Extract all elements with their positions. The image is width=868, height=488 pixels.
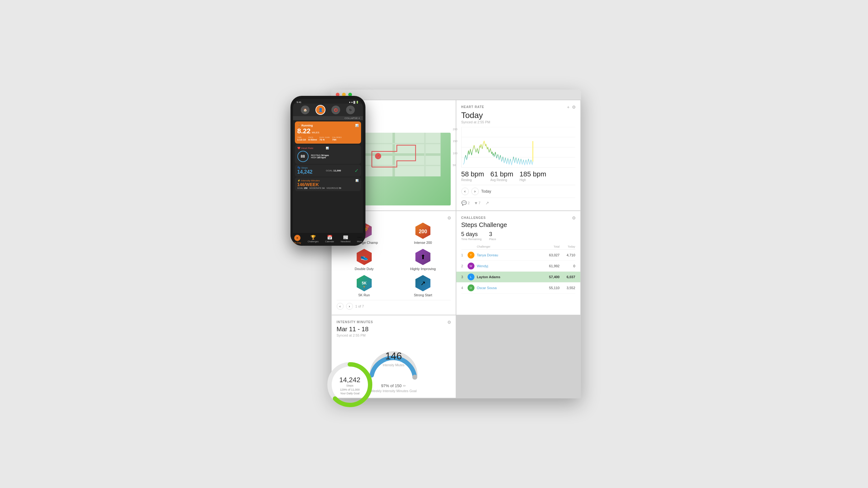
intense-200-icon: 200 bbox=[414, 222, 432, 239]
phone-hr-heart-icon: ❤️ bbox=[297, 147, 301, 150]
leaderboard-header: Challenger Total Today bbox=[461, 244, 575, 250]
svg-text:5K: 5K bbox=[362, 281, 367, 285]
hr-stats: 58 bpm Resting 61 bpm Avg Resting 185 bp… bbox=[461, 170, 575, 182]
phone-refresh-icon[interactable]: ↻ bbox=[346, 105, 355, 114]
chart-y-150: 150 bbox=[453, 139, 458, 143]
phone-hr-title: Heart Rate bbox=[302, 147, 314, 150]
phone-avatar-2[interactable]: 👤 bbox=[315, 105, 326, 115]
challenges-days-remaining: 5 days Time Remaining bbox=[461, 231, 482, 241]
svg-text:👟: 👟 bbox=[360, 253, 368, 261]
intensity-edit-icon[interactable]: ✏ bbox=[403, 384, 406, 388]
badges-next-button[interactable]: › bbox=[346, 303, 353, 310]
badge-intense-200-label: Intense 200 bbox=[414, 241, 432, 245]
phone-nav-newsfeed[interactable]: 📰 Newsfeed bbox=[341, 235, 350, 242]
hr-share-button[interactable]: ↗ bbox=[485, 200, 489, 205]
badges-page-indicator: 1 of 7 bbox=[355, 304, 364, 308]
badges-gear-icon[interactable]: ⚙ bbox=[447, 216, 451, 221]
lb-avatar-3: L bbox=[468, 273, 474, 281]
hr-gear-icon[interactable]: ⚙ bbox=[572, 105, 576, 109]
lb-total-4: 55,110 bbox=[541, 286, 560, 290]
challenges-days-label: Time Remaining bbox=[461, 237, 482, 241]
chart-y-50: 50 bbox=[453, 164, 458, 167]
svg-text:⬆: ⬆ bbox=[421, 254, 426, 260]
hr-prev-button[interactable]: ‹ bbox=[461, 188, 469, 195]
svg-point-36 bbox=[412, 375, 417, 380]
svg-text:Your Daily Goal: Your Daily Goal bbox=[340, 392, 359, 395]
lb-name-2[interactable]: Wendyj bbox=[477, 264, 541, 268]
chart-y-200: 200 bbox=[453, 128, 458, 131]
challenges-place-label: Place bbox=[489, 237, 496, 241]
phone-collapse-bar[interactable]: COLLAPSE ∧ bbox=[293, 116, 363, 120]
phone-hr-stats: RESTING 58 bpm HIGH 185 bpm bbox=[311, 154, 329, 159]
phone-hr-value: 88 bbox=[297, 151, 309, 162]
lb-rank-3: 3 bbox=[461, 275, 468, 279]
badge-highly-improving[interactable]: ⬆ Highly Improving bbox=[396, 248, 451, 271]
challenges-card: ⚙ CHALLENGES Steps Challenge 5 days Time… bbox=[456, 211, 580, 315]
lb-total-2: 61,992 bbox=[541, 264, 560, 268]
hr-plus-icon[interactable]: + bbox=[567, 105, 569, 109]
intensity-title: Mar 11 - 18 bbox=[337, 326, 451, 333]
phone-steps-value: 14,242 bbox=[297, 169, 313, 174]
svg-text:×2: ×2 bbox=[366, 226, 369, 228]
hr-chart-svg bbox=[462, 127, 575, 168]
leaderboard-row-2: 2 W Wendyj 61,992 0 bbox=[461, 261, 575, 272]
5k-run-icon: 5K 🏃 bbox=[355, 274, 373, 292]
hr-comment-button[interactable]: 💬 2 bbox=[461, 200, 470, 205]
badge-strong-start[interactable]: ↗ Strong Start bbox=[396, 274, 451, 297]
badge-intense-200[interactable]: 200 Intense 200 bbox=[396, 222, 451, 245]
steps-donut-overlay: 14,242 Steps 129% of 11,000 Your Daily G… bbox=[325, 360, 375, 411]
lb-today-4: 3,552 bbox=[560, 286, 575, 290]
lb-rank-4: 4 bbox=[461, 286, 468, 290]
double-duty-icon: 👟 bbox=[355, 248, 373, 266]
svg-text:14,242: 14,242 bbox=[339, 376, 360, 384]
hr-next-button[interactable]: › bbox=[471, 188, 479, 195]
hr-like-count: 7 bbox=[478, 201, 480, 205]
phone-nav-myday[interactable]: ☀ My Day bbox=[293, 235, 301, 242]
hr-like-icon: ♥ bbox=[475, 200, 477, 205]
phone-mockup: 9:41 ● ● ▓ 🔋 🏠 👤 ⭕ ↻ COLLAPSE ∧ bbox=[290, 96, 366, 246]
svg-text:200: 200 bbox=[419, 229, 427, 234]
lb-header-challenger: Challenger bbox=[477, 245, 541, 248]
intensity-sublabel: Intensity Miutes bbox=[383, 363, 404, 367]
hr-like-button[interactable]: ♥ 7 bbox=[475, 200, 480, 205]
badge-5k-run[interactable]: 5K 🏃 5K Run bbox=[337, 274, 392, 297]
badge-5k-run-label: 5K Run bbox=[358, 293, 370, 297]
phone-steps-card: 👣 Steps 14,242 GOAL 11,000 ✓ bbox=[295, 165, 361, 177]
challenges-place: 3 Place bbox=[489, 231, 496, 241]
phone-intensity-vigorous: 56 bbox=[339, 187, 341, 189]
browser-window: + ⚙ 8:53 Pace (min/mi) bbox=[331, 90, 581, 398]
lb-name-1[interactable]: Tanya Doreau bbox=[477, 253, 541, 257]
phone-nav-more[interactable]: ⋯ More bbox=[357, 235, 362, 242]
intensity-value: 146 bbox=[383, 350, 404, 362]
phone-intensity-moderate: 34 bbox=[322, 187, 324, 189]
lb-avatar-1: T bbox=[468, 252, 474, 259]
phone-miles-label: MILES bbox=[312, 131, 319, 134]
svg-text:↗: ↗ bbox=[421, 280, 426, 287]
lb-today-3: 6,037 bbox=[560, 275, 575, 279]
challenges-title: Steps Challenge bbox=[461, 221, 575, 229]
phone-nav-calendar[interactable]: 📅 Calendar bbox=[325, 235, 334, 242]
lb-name-4[interactable]: Oscar Sousa bbox=[477, 286, 541, 290]
phone-steps-icon: 👣 bbox=[297, 166, 301, 169]
phone-intensity-value: 146/WEEK bbox=[297, 182, 359, 187]
phone-avatar-3[interactable]: ⭕ bbox=[331, 105, 340, 114]
badge-strong-start-label: Strong Start bbox=[414, 293, 432, 297]
challenges-gear-icon[interactable]: ⚙ bbox=[572, 216, 576, 221]
badges-pagination: ‹ › 1 of 7 bbox=[337, 300, 451, 310]
phone-intensity-goal: 150 bbox=[304, 187, 308, 189]
phone-time-value: 1:13:10 bbox=[297, 138, 306, 141]
hr-comment-icon: 💬 bbox=[461, 200, 467, 205]
lb-total-3: 57,400 bbox=[541, 275, 560, 279]
lb-header-today: Today bbox=[560, 245, 575, 248]
hr-avg-label: Avg Resting bbox=[490, 178, 513, 182]
phone-avatar-1[interactable]: 🏠 bbox=[301, 105, 310, 114]
strong-start-icon: ↗ bbox=[414, 274, 432, 292]
phone-hr-chart-icon: 📊 bbox=[326, 147, 329, 150]
badges-prev-button[interactable]: ‹ bbox=[337, 303, 344, 310]
phone-nav-challenges[interactable]: 🏆 Challenges bbox=[308, 235, 318, 242]
intensity-gear-icon[interactable]: ⚙ bbox=[447, 320, 451, 325]
hr-stat-avg: 61 bpm Avg Resting bbox=[490, 170, 513, 182]
phone-status-bar: 9:41 ● ● ▓ 🔋 bbox=[293, 99, 363, 104]
hr-high-label: High bbox=[520, 178, 546, 182]
badge-double-duty[interactable]: 👟 Double Duty bbox=[337, 248, 392, 271]
